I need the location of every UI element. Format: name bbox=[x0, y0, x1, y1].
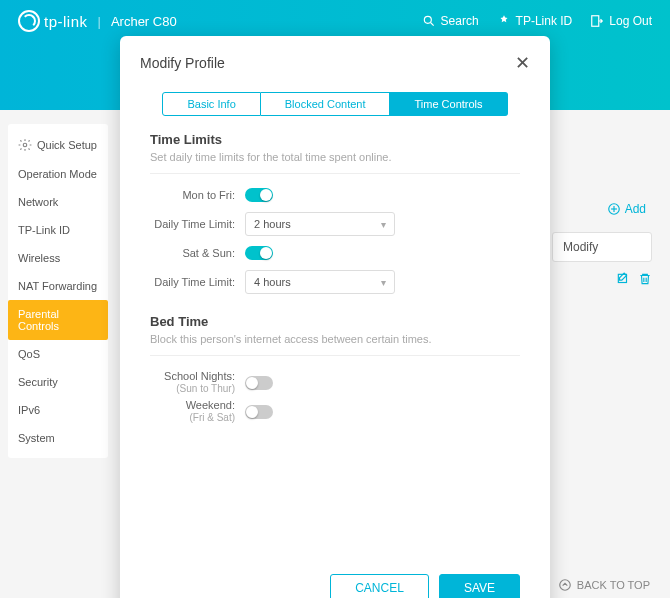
back-to-top-link[interactable]: BACK TO TOP bbox=[558, 578, 650, 592]
school-nights-toggle[interactable] bbox=[245, 376, 273, 390]
tab-basic-info[interactable]: Basic Info bbox=[162, 92, 260, 116]
logout-link[interactable]: Log Out bbox=[590, 14, 652, 28]
add-button[interactable]: Add bbox=[552, 196, 652, 222]
bed-time-title: Bed Time bbox=[150, 314, 520, 329]
daily-limit-weekend-select[interactable]: 4 hours ▾ bbox=[245, 270, 395, 294]
school-nights-sublabel: (Sun to Thur) bbox=[150, 383, 235, 395]
sidebar-item-nat-forwarding[interactable]: NAT Forwarding bbox=[8, 272, 108, 300]
sidebar-item-system[interactable]: System bbox=[8, 424, 108, 452]
daily-limit-weekday-label: Daily Time Limit: bbox=[150, 218, 245, 230]
bed-time-subtitle: Block this person's internet access betw… bbox=[150, 333, 520, 356]
weekend-label: Weekend: bbox=[150, 399, 235, 412]
logout-icon bbox=[590, 14, 604, 28]
mon-fri-label: Mon to Fri: bbox=[150, 189, 245, 201]
svg-point-8 bbox=[560, 580, 571, 591]
sidebar-item-network[interactable]: Network bbox=[8, 188, 108, 216]
close-icon[interactable]: ✕ bbox=[515, 52, 530, 74]
school-nights-label: School Nights: bbox=[150, 370, 235, 383]
cloud-icon bbox=[497, 14, 511, 28]
tplink-id-link[interactable]: TP-Link ID bbox=[497, 14, 573, 28]
gear-icon bbox=[18, 138, 32, 152]
modal-tabs: Basic Info Blocked Content Time Controls bbox=[140, 92, 530, 116]
brand-logo: tp-link bbox=[18, 10, 88, 32]
time-limits-subtitle: Set daily time limits for the total time… bbox=[150, 151, 520, 174]
time-limits-title: Time Limits bbox=[150, 132, 520, 147]
sidebar-item-quick-setup[interactable]: Quick Setup bbox=[8, 130, 108, 160]
modal-title: Modify Profile bbox=[140, 55, 225, 71]
sidebar-item-parental-controls[interactable]: Parental Controls bbox=[8, 300, 108, 340]
trash-icon[interactable] bbox=[638, 272, 652, 286]
daily-limit-weekend-label: Daily Time Limit: bbox=[150, 276, 245, 288]
search-icon bbox=[422, 14, 436, 28]
svg-rect-2 bbox=[592, 16, 599, 27]
brand-text: tp-link bbox=[44, 13, 88, 30]
sidebar-item-wireless[interactable]: Wireless bbox=[8, 244, 108, 272]
plus-circle-icon bbox=[607, 202, 621, 216]
sidebar: Quick Setup Operation Mode Network TP-Li… bbox=[8, 124, 108, 458]
tab-blocked-content[interactable]: Blocked Content bbox=[261, 92, 391, 116]
sidebar-item-ipv6[interactable]: IPv6 bbox=[8, 396, 108, 424]
edit-icon[interactable] bbox=[616, 272, 630, 286]
save-button[interactable]: SAVE bbox=[439, 574, 520, 598]
svg-point-0 bbox=[424, 16, 431, 23]
tplink-logo-icon bbox=[18, 10, 40, 32]
sidebar-item-security[interactable]: Security bbox=[8, 368, 108, 396]
weekend-toggle[interactable] bbox=[245, 405, 273, 419]
cancel-button[interactable]: CANCEL bbox=[330, 574, 429, 598]
sat-sun-label: Sat & Sun: bbox=[150, 247, 245, 259]
chevron-down-icon: ▾ bbox=[381, 219, 386, 230]
sidebar-item-operation-mode[interactable]: Operation Mode bbox=[8, 160, 108, 188]
mon-fri-toggle[interactable] bbox=[245, 188, 273, 202]
arrow-up-circle-icon bbox=[558, 578, 572, 592]
sidebar-item-tplink-id[interactable]: TP-Link ID bbox=[8, 216, 108, 244]
svg-line-1 bbox=[430, 23, 433, 26]
svg-point-3 bbox=[23, 143, 27, 147]
modify-header: Modify bbox=[552, 232, 652, 262]
daily-limit-weekday-select[interactable]: 2 hours ▾ bbox=[245, 212, 395, 236]
chevron-down-icon: ▾ bbox=[381, 277, 386, 288]
weekend-sublabel: (Fri & Sat) bbox=[150, 412, 235, 424]
search-link[interactable]: Search bbox=[422, 14, 479, 28]
sat-sun-toggle[interactable] bbox=[245, 246, 273, 260]
modify-profile-modal: Modify Profile ✕ Basic Info Blocked Cont… bbox=[120, 36, 550, 598]
sidebar-item-qos[interactable]: QoS bbox=[8, 340, 108, 368]
tab-time-controls[interactable]: Time Controls bbox=[390, 92, 507, 116]
model-name: Archer C80 bbox=[111, 14, 177, 29]
